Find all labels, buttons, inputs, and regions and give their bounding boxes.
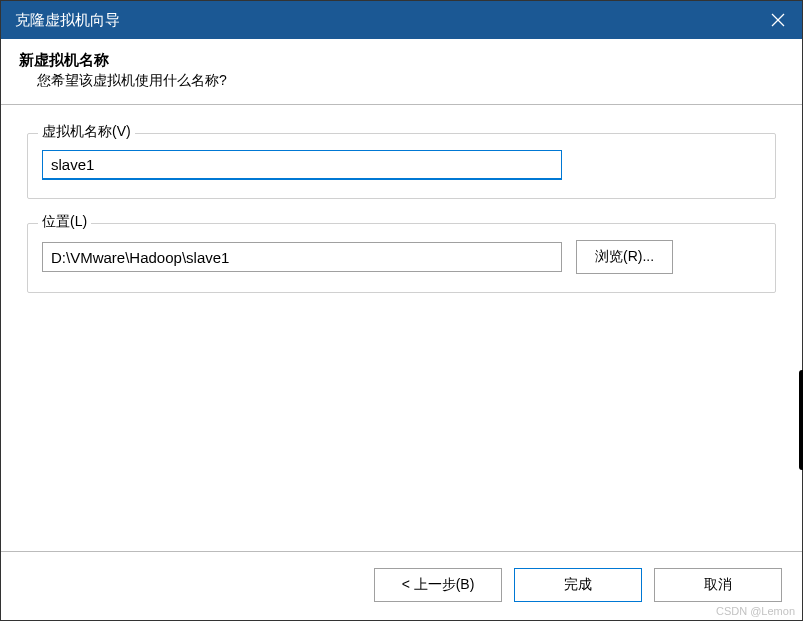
page-subtitle: 您希望该虚拟机使用什么名称?: [19, 72, 784, 90]
location-label: 位置(L): [38, 213, 91, 231]
location-group: 位置(L) 浏览(R)...: [27, 223, 776, 293]
wizard-header: 新虚拟机名称 您希望该虚拟机使用什么名称?: [1, 39, 802, 105]
close-button[interactable]: [754, 1, 802, 39]
cancel-button[interactable]: 取消: [654, 568, 782, 602]
vm-name-group: 虚拟机名称(V): [27, 133, 776, 199]
wizard-window: 克隆虚拟机向导 新虚拟机名称 您希望该虚拟机使用什么名称? 虚拟机名称(V) 位…: [0, 0, 803, 621]
back-button[interactable]: < 上一步(B): [374, 568, 502, 602]
scroll-indicator: [799, 370, 803, 470]
close-icon: [771, 13, 785, 27]
content-area: 虚拟机名称(V) 位置(L) 浏览(R)...: [1, 105, 802, 551]
finish-button[interactable]: 完成: [514, 568, 642, 602]
window-title: 克隆虚拟机向导: [15, 11, 120, 30]
titlebar: 克隆虚拟机向导: [1, 1, 802, 39]
page-title: 新虚拟机名称: [19, 51, 784, 70]
location-input[interactable]: [42, 242, 562, 272]
vm-name-label: 虚拟机名称(V): [38, 123, 135, 141]
vm-name-input[interactable]: [42, 150, 562, 180]
browse-button[interactable]: 浏览(R)...: [576, 240, 673, 274]
location-row: 浏览(R)...: [42, 240, 761, 274]
wizard-footer: < 上一步(B) 完成 取消: [1, 551, 802, 620]
